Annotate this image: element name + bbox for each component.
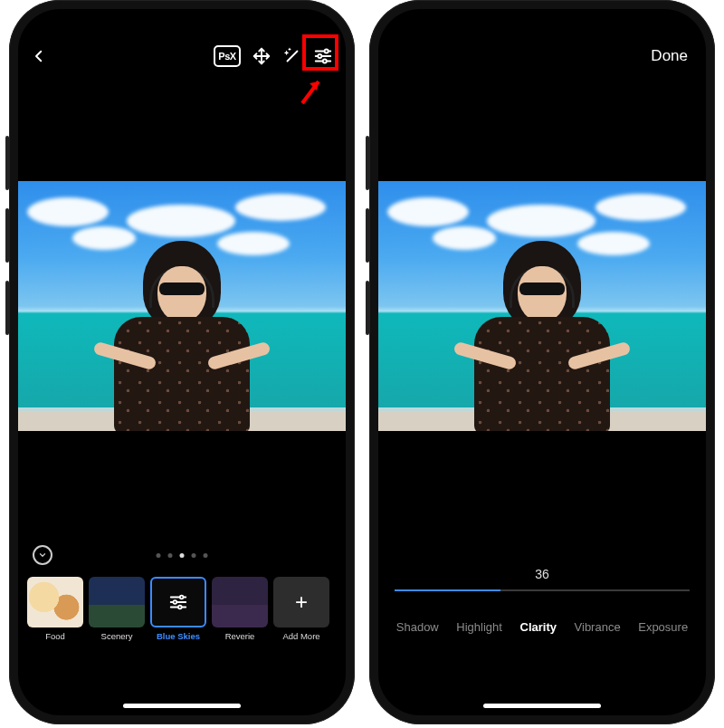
- phone-right: Done: [369, 0, 715, 724]
- page-dot[interactable]: [168, 553, 173, 558]
- notch: [465, 9, 619, 34]
- adjust-tabs: ShadowHighlightClarityVibranceExposure: [378, 620, 706, 634]
- page-dot[interactable]: [157, 553, 161, 558]
- top-toolbar: Done: [378, 36, 706, 76]
- filter-label: Blue Skies: [157, 631, 200, 641]
- pager-row: [18, 545, 346, 565]
- psx-button[interactable]: PsX: [214, 45, 241, 67]
- svg-line-2: [288, 52, 298, 62]
- plus-icon: +: [295, 589, 308, 615]
- arrow-annotation: [299, 74, 326, 109]
- done-button[interactable]: Done: [645, 43, 693, 69]
- adjust-slider[interactable]: [395, 581, 690, 599]
- filter-label: Food: [45, 631, 65, 641]
- filter-label: Add More: [282, 631, 319, 641]
- adjust-tab-exposure[interactable]: Exposure: [638, 620, 688, 634]
- filter-reverie[interactable]: Reverie: [212, 577, 268, 641]
- filter-addmore[interactable]: +Add More: [273, 577, 329, 641]
- filter-thumb: [89, 577, 145, 627]
- svg-point-10: [180, 596, 184, 599]
- filter-scenery[interactable]: Scenery: [89, 577, 145, 641]
- filter-food[interactable]: Food: [27, 577, 83, 641]
- adjust-tab-clarity[interactable]: Clarity: [520, 620, 557, 634]
- screen: PsX: [18, 9, 346, 715]
- filters-row[interactable]: FoodSceneryBlue SkiesReverie+Add More: [18, 570, 346, 641]
- slider-value: 36: [378, 567, 706, 581]
- magic-wand-icon[interactable]: [282, 46, 302, 66]
- filter-thumb: [212, 577, 268, 627]
- svg-point-14: [178, 606, 182, 609]
- filter-label: Scenery: [101, 631, 133, 641]
- home-indicator[interactable]: [123, 704, 241, 708]
- psx-label: PsX: [218, 51, 235, 62]
- svg-point-12: [174, 600, 177, 604]
- screen: Done: [378, 9, 706, 715]
- photo-preview[interactable]: [18, 181, 346, 431]
- page-dot[interactable]: [204, 553, 208, 558]
- adjust-tab-shadow[interactable]: Shadow: [396, 620, 439, 634]
- home-indicator[interactable]: [483, 704, 601, 708]
- page-dot[interactable]: [180, 553, 185, 558]
- back-button[interactable]: [31, 48, 47, 64]
- move-icon[interactable]: [252, 46, 272, 66]
- expand-filters-button[interactable]: [33, 545, 52, 565]
- filter-thumb: [27, 577, 83, 627]
- page-dots: [157, 553, 208, 558]
- adjust-tab-vibrance[interactable]: Vibrance: [575, 620, 621, 634]
- notch: [105, 9, 259, 34]
- filter-thumb: [150, 577, 206, 627]
- photo-preview[interactable]: [378, 181, 706, 431]
- page-dot[interactable]: [192, 553, 196, 558]
- highlight-annotation: [302, 34, 338, 71]
- phone-left: PsX: [9, 0, 355, 724]
- filter-thumb: +: [273, 577, 329, 627]
- filter-label: Reverie: [225, 631, 255, 641]
- filter-blueskies[interactable]: Blue Skies: [150, 577, 206, 641]
- top-toolbar: PsX: [18, 36, 346, 76]
- adjust-tab-highlight[interactable]: Highlight: [456, 620, 502, 634]
